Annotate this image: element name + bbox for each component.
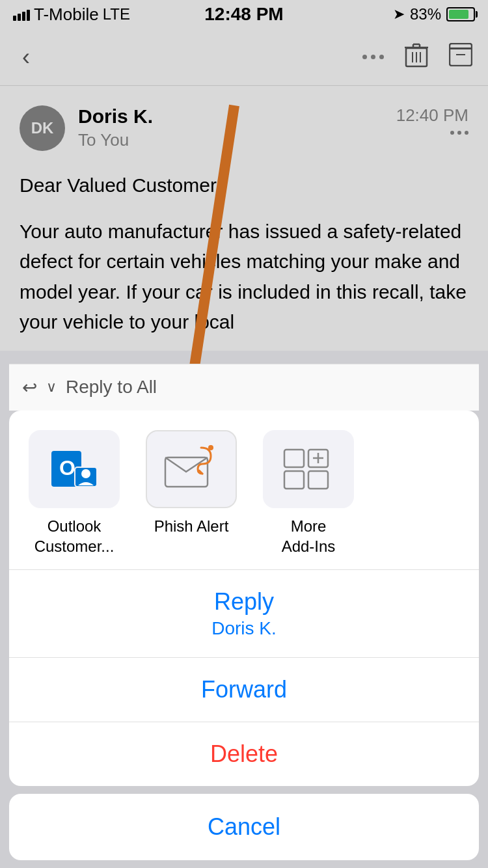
reply-action[interactable]: Reply Doris K. <box>9 570 479 657</box>
forward-action[interactable]: Forward <box>9 658 479 722</box>
phish-alert-icon <box>146 430 237 508</box>
forward-label: Forward <box>22 676 466 703</box>
reply-icon: ↩ <box>22 377 37 398</box>
delete-label: Delete <box>22 740 466 768</box>
svg-text:O: O <box>59 456 75 480</box>
reply-sublabel: Doris K. <box>22 618 466 639</box>
addins-row: O Outlook Customer... <box>9 411 479 569</box>
phish-alert-addin[interactable]: Phish Alert <box>139 430 243 556</box>
outlook-customer-addin[interactable]: O Outlook Customer... <box>22 430 126 556</box>
svg-rect-22 <box>308 471 328 489</box>
bottom-sheet: ↩ ∨ Reply to All O Outl <box>0 364 488 868</box>
svg-point-18 <box>208 445 213 450</box>
chevron-down-icon: ∨ <box>46 379 57 396</box>
reply-all-label: Reply to All <box>66 377 157 398</box>
phish-alert-label: Phish Alert <box>154 516 229 536</box>
delete-action[interactable]: Delete <box>9 722 479 786</box>
outlook-customer-label: Outlook Customer... <box>34 516 115 556</box>
cancel-button[interactable]: Cancel <box>9 794 479 860</box>
cancel-label: Cancel <box>22 813 466 841</box>
more-addins-icon <box>263 430 354 508</box>
sheet-main: O Outlook Customer... <box>9 411 479 786</box>
more-addins-label: More Add-Ins <box>282 516 336 556</box>
svg-point-16 <box>81 469 90 478</box>
svg-rect-19 <box>284 450 304 467</box>
more-addins-addin[interactable]: More Add-Ins <box>256 430 360 556</box>
svg-rect-21 <box>284 471 304 489</box>
reply-label: Reply <box>22 588 466 616</box>
outlook-customer-icon: O <box>29 430 120 508</box>
